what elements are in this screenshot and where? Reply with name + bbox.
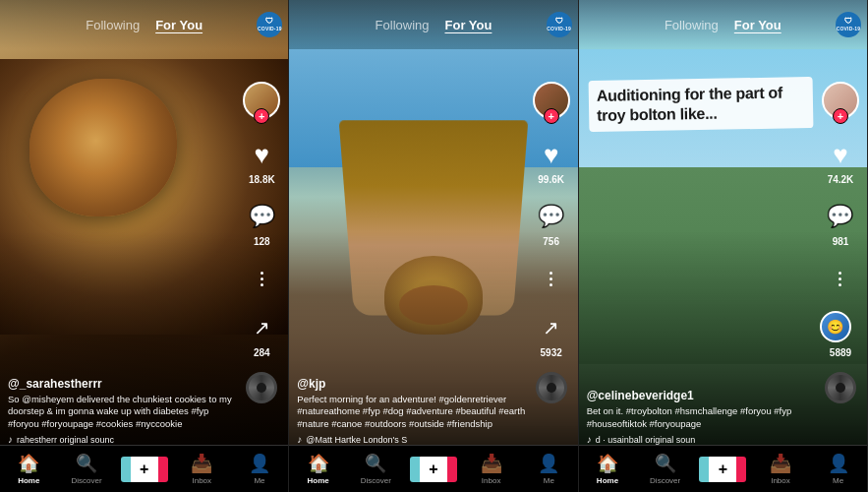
me-icon-3: 👤	[828, 453, 849, 474]
right-actions-1: + ♥ 18.8K 💬 128 ↗ 284	[243, 82, 280, 403]
more-button-1[interactable]	[244, 261, 279, 296]
me-label-2: Me	[544, 476, 554, 485]
covid-badge-1[interactable]: 🛡 COVID-19	[257, 12, 282, 37]
add-plus-2: +	[429, 461, 437, 478]
like-button-3[interactable]: ♥ 74.2K	[823, 137, 858, 185]
nav-inbox-3[interactable]: 📥 Inbox	[761, 453, 800, 485]
music-note-1: ♪	[8, 434, 13, 445]
avatar-container-1[interactable]: +	[243, 82, 280, 119]
following-tab-1[interactable]: Following	[86, 18, 140, 32]
username-3[interactable]: @celinebeveridge1	[587, 389, 818, 402]
nav-me-2[interactable]: 👤 Me	[529, 453, 568, 485]
share-button-1[interactable]: ↗ 284	[244, 310, 279, 358]
discover-label-2: Discover	[361, 476, 391, 485]
nav-home-1[interactable]: 🏠 Home	[9, 453, 48, 485]
nav-home-3[interactable]: 🏠 Home	[588, 453, 627, 485]
person-head	[704, 207, 723, 226]
tiktok-panel-3: Auditioning for the part of troy bolton …	[579, 0, 868, 492]
nav-home-2[interactable]: 🏠 Home	[299, 453, 338, 485]
nav-me-3[interactable]: 👤 Me	[819, 453, 858, 485]
username-1[interactable]: @_sarahestherrr	[8, 377, 239, 391]
add-plus-3: +	[719, 461, 727, 478]
dog-face	[384, 256, 483, 335]
covid-badge-3[interactable]: 🛡 COVID-19	[836, 12, 861, 37]
caption-1: So @misheyem delivered the chunkiest coo…	[8, 394, 239, 430]
heart-icon-3: ♥	[833, 140, 847, 170]
covid-text-1: COVID-19	[258, 26, 282, 31]
home-icon-2: 🏠	[308, 453, 329, 474]
like-count-3: 74.2K	[828, 174, 854, 185]
follow-plus-1[interactable]: +	[254, 108, 269, 124]
nav-add-3[interactable]: +	[703, 457, 742, 482]
nav-me-1[interactable]: 👤 Me	[240, 453, 279, 485]
covid-badge-2[interactable]: 🛡 COVID-19	[547, 12, 572, 37]
music-note-3: ♪	[587, 434, 592, 445]
discover-label-1: Discover	[71, 476, 101, 485]
comment-button-1[interactable]: 💬 128	[244, 199, 279, 247]
tiktok-panel-2: Following For You 🛡 COVID-19 + ♥ 99.6K 💬…	[289, 0, 578, 492]
shield-icon-1: 🛡	[265, 18, 273, 26]
tiktok-panel-1: Following For You 🛡 COVID-19 + ♥ 18.8K 💬…	[0, 0, 289, 492]
share-count-1: 284	[254, 347, 270, 358]
share-button-2[interactable]: ↗ 5932	[534, 310, 569, 358]
nav-add-1[interactable]: +	[125, 457, 164, 482]
covid-text-2: COVID-19	[547, 26, 571, 31]
comment-button-2[interactable]: 💬 756	[534, 199, 569, 247]
add-plus-1: +	[140, 461, 148, 478]
me-icon-2: 👤	[538, 453, 559, 474]
more-button-3[interactable]	[823, 261, 858, 296]
me-icon-1: 👤	[249, 453, 270, 474]
comment-icon-2: 💬	[538, 204, 564, 229]
inbox-label-3: Inbox	[771, 476, 790, 485]
right-actions-2: + ♥ 99.6K 💬 756 ↗ 5932	[533, 82, 570, 403]
inbox-label-1: Inbox	[193, 476, 212, 485]
for-you-tab-1[interactable]: For You	[155, 18, 203, 32]
nav-discover-3[interactable]: 🔍 Discover	[646, 453, 685, 485]
username-2[interactable]: @kjp	[297, 377, 528, 391]
react-badge-3[interactable]: 😊	[820, 311, 851, 342]
me-label-1: Me	[254, 476, 264, 485]
home-icon-3: 🏠	[597, 453, 618, 474]
discover-label-3: Discover	[650, 476, 680, 485]
discover-icon-2: 🔍	[365, 453, 386, 474]
for-you-tab-2[interactable]: For You	[445, 18, 492, 32]
text-overlay-3: Auditioning for the part of troy bolton …	[588, 77, 813, 132]
comment-count-3: 981	[833, 236, 849, 247]
comment-icon-1: 💬	[249, 204, 275, 229]
for-you-tab-3[interactable]: For You	[734, 18, 781, 32]
inbox-icon-2: 📥	[481, 453, 502, 474]
text-overlay-content-3: Auditioning for the part of troy bolton …	[596, 83, 805, 126]
caption-2: Perfect morning for an adventure! #golde…	[297, 394, 528, 430]
nav-discover-1[interactable]: 🔍 Discover	[67, 453, 106, 485]
nav-discover-2[interactable]: 🔍 Discover	[356, 453, 395, 485]
nav-add-2[interactable]: +	[414, 457, 453, 482]
nav-inbox-2[interactable]: 📥 Inbox	[472, 453, 511, 485]
following-tab-2[interactable]: Following	[376, 18, 430, 32]
follow-plus-2[interactable]: +	[544, 108, 559, 124]
add-button-2[interactable]: +	[415, 457, 452, 482]
heart-icon-2: ♥	[544, 140, 558, 170]
comment-count-1: 128	[254, 236, 270, 247]
like-button-1[interactable]: ♥ 18.8K	[244, 137, 279, 185]
share-icon-1: ↗	[254, 316, 270, 339]
shield-icon-2: 🛡	[555, 18, 563, 26]
bottom-nav-1: 🏠 Home 🔍 Discover + 📥 Inbox 👤 Me	[0, 445, 288, 492]
dots-icon-2	[550, 272, 552, 286]
nav-inbox-1[interactable]: 📥 Inbox	[182, 453, 221, 485]
music-row-2: ♪ @Matt Hartke London's S	[297, 434, 528, 445]
following-tab-3[interactable]: Following	[665, 18, 719, 32]
follow-plus-3[interactable]: +	[833, 108, 848, 124]
comment-button-3[interactable]: 💬 981	[823, 199, 858, 247]
avatar-container-3[interactable]: +	[822, 82, 859, 119]
more-button-2[interactable]	[534, 261, 569, 296]
like-button-2[interactable]: ♥ 99.6K	[534, 137, 569, 185]
home-label-2: Home	[308, 476, 329, 485]
home-label-3: Home	[597, 476, 618, 485]
person-body	[699, 228, 728, 277]
add-button-1[interactable]: +	[126, 457, 163, 482]
dots-icon-3	[839, 272, 841, 286]
add-button-3[interactable]: +	[704, 457, 741, 482]
home-icon-1: 🏠	[18, 453, 39, 474]
avatar-container-2[interactable]: +	[533, 82, 570, 119]
music-label-3: d · usainball original soun	[596, 435, 696, 445]
